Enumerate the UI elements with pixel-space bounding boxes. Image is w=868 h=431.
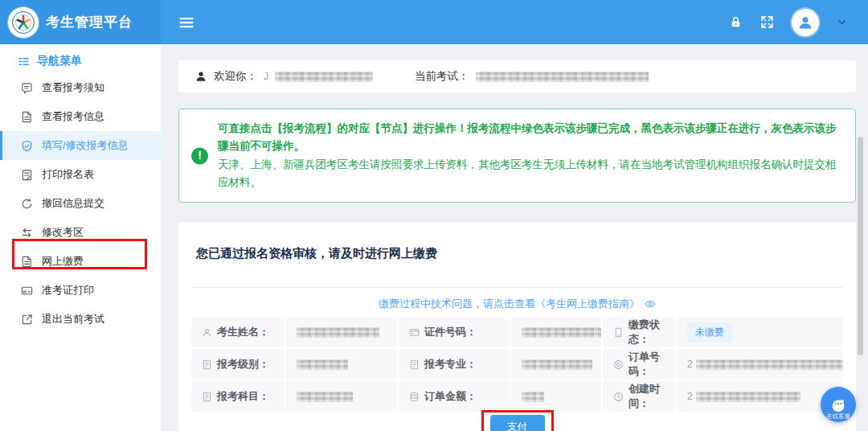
- field-value-order-amount: [511, 381, 601, 412]
- sidebar-item-label: 网上缴费: [42, 254, 84, 269]
- field-value-exam-major: [511, 349, 601, 380]
- welcome-bar: 欢迎你： J 当前考试：: [178, 60, 856, 92]
- field-value-payment-status: 未缴费: [677, 317, 843, 347]
- online-support-label: 在线客服: [821, 413, 856, 421]
- hamburger-icon[interactable]: [178, 14, 194, 31]
- sidebar-item-withdraw-submission[interactable]: 撤回信息提交: [0, 189, 161, 218]
- sidebar-item-print-admission-ticket[interactable]: 准考证打印: [0, 276, 161, 305]
- eye-icon[interactable]: [645, 298, 656, 310]
- list-icon: [18, 55, 30, 68]
- sidebar-item-label: 查看报考须知: [42, 80, 104, 95]
- person-icon: [202, 327, 212, 338]
- field-value-id-number: [511, 317, 601, 347]
- notice-box: ! 可直接点击【报考流程】的对应【节点】进行操作！报考流程中绿色表示该步骤已完成…: [178, 109, 856, 203]
- phone-icon: [613, 327, 624, 338]
- sidebar-item-view-exam-info[interactable]: 查看报考信息: [0, 102, 161, 131]
- shield-check-icon: [21, 140, 33, 152]
- status-badge: 未缴费: [687, 322, 732, 343]
- sidebar-item-label: 准考证打印: [42, 283, 94, 298]
- document-icon: [21, 256, 33, 268]
- clipboard-icon: [21, 169, 33, 181]
- main-content: 欢迎你： J 当前考试： ! 可直接点击【报考流程】的对应【节点】进行操作！报考…: [161, 44, 868, 431]
- sidebar-item-change-exam-area[interactable]: 修改考区: [0, 218, 161, 247]
- field-value-order-number: 2: [677, 349, 843, 380]
- sidebar-nav: 导航菜单 查看报考须知 查看报考信息 填写/修改报考信息 打印报名表 撤回信息提…: [0, 44, 161, 431]
- doc-icon: [409, 359, 420, 370]
- vertical-scrollbar[interactable]: [858, 137, 863, 355]
- field-label-exam-subject: 报考科目：: [191, 381, 285, 412]
- exit-icon: [21, 314, 33, 326]
- online-support-button[interactable]: 在线客服: [821, 387, 856, 422]
- id-card-icon: [409, 327, 420, 338]
- target-icon: [613, 359, 624, 370]
- field-value-create-time: 2: [677, 381, 843, 412]
- chevron-down-icon[interactable]: [837, 17, 847, 27]
- candidate-name-redacted: [275, 72, 373, 82]
- nav-menu-label: 导航菜单: [37, 54, 82, 68]
- fullscreen-icon[interactable]: [760, 15, 774, 29]
- field-value-exam-level: [286, 349, 397, 380]
- lock-icon[interactable]: [729, 15, 743, 29]
- brand-area: 考生管理平台: [0, 0, 161, 44]
- nav-menu-title: 导航菜单: [0, 49, 161, 73]
- field-label-create-time: 创建时间：: [603, 381, 675, 412]
- top-header: 考生管理平台: [0, 0, 868, 44]
- greeting-label: 欢迎你：: [214, 69, 257, 84]
- field-label-exam-major: 报考专业：: [399, 349, 510, 380]
- sidebar-item-label: 退出当前考试: [42, 312, 104, 326]
- chat-bubble-icon: [829, 396, 847, 413]
- swap-icon: [21, 227, 33, 239]
- field-label-payment-status: 缴费状态：: [603, 317, 675, 347]
- logo-star-figure: [11, 10, 35, 35]
- avatar-icon[interactable]: [792, 9, 819, 36]
- sidebar-item-label: 查看报考信息: [42, 109, 104, 124]
- clock-icon: [613, 392, 624, 402]
- field-label-order-amount: 订单金额：: [399, 381, 510, 412]
- coins-icon: [409, 392, 420, 402]
- doc-icon: [202, 359, 212, 370]
- field-value-candidate-name: [286, 317, 397, 347]
- payment-guide-link[interactable]: 缴费过程中技术问题，请点击查看《考生网上缴费指南》: [379, 297, 640, 311]
- document-icon: [21, 111, 33, 123]
- org-logo: [8, 7, 39, 38]
- divider: [191, 287, 843, 288]
- doc-icon: [202, 392, 212, 402]
- alert-icon: !: [191, 147, 208, 164]
- field-label-order-number: 订单号码：: [603, 349, 675, 380]
- payment-section-title: 您已通过报名资格审核，请及时进行网上缴费: [191, 246, 843, 261]
- field-value-exam-subject: [286, 381, 397, 412]
- notice-text-bold: 可直接点击【报考流程】的对应【节点】进行操作！报考流程中绿色表示该步骤已完成，黑…: [218, 122, 837, 152]
- current-exam-label: 当前考试：: [415, 69, 469, 84]
- notice-text-regular: 天津、上海、新疆兵团考区考生请按照要求上传资料，其他考区考生无须上传材料，请在当…: [218, 158, 837, 188]
- pay-button[interactable]: 支付: [490, 415, 545, 431]
- app-title: 考生管理平台: [46, 13, 133, 31]
- field-label-exam-level: 报考级别：: [191, 349, 285, 380]
- current-exam-redacted: [476, 72, 649, 82]
- field-label-id-number: 证件号码：: [399, 317, 510, 347]
- sidebar-item-label: 修改考区: [42, 225, 84, 240]
- sidebar-item-exit-current-exam[interactable]: 退出当前考试: [0, 305, 161, 334]
- sidebar-item-label: 撤回信息提交: [42, 196, 104, 211]
- sidebar-item-view-exam-notes[interactable]: 查看报考须知: [0, 73, 161, 102]
- person-icon: [194, 70, 207, 83]
- sidebar-item-label: 打印报名表: [42, 167, 94, 182]
- sidebar-item-print-application-form[interactable]: 打印报名表: [0, 160, 161, 189]
- id-card-icon: [21, 285, 33, 297]
- candidate-name-prefix: J: [264, 71, 268, 82]
- sidebar-item-online-payment[interactable]: 网上缴费: [0, 247, 161, 276]
- refresh-icon: [21, 198, 33, 210]
- sidebar-item-fill-modify-exam-info[interactable]: 填写/修改报考信息: [0, 131, 161, 160]
- payment-section: 您已通过报名资格审核，请及时进行网上缴费 缴费过程中技术问题，请点击查看《考生网…: [178, 222, 856, 431]
- sidebar-item-label: 填写/修改报考信息: [42, 138, 129, 153]
- comment-icon: [21, 82, 33, 94]
- payment-info-table: 考生姓名： 证件号码： 缴费状态： 未缴费 报考级别：: [191, 317, 843, 412]
- field-label-candidate-name: 考生姓名：: [191, 317, 285, 347]
